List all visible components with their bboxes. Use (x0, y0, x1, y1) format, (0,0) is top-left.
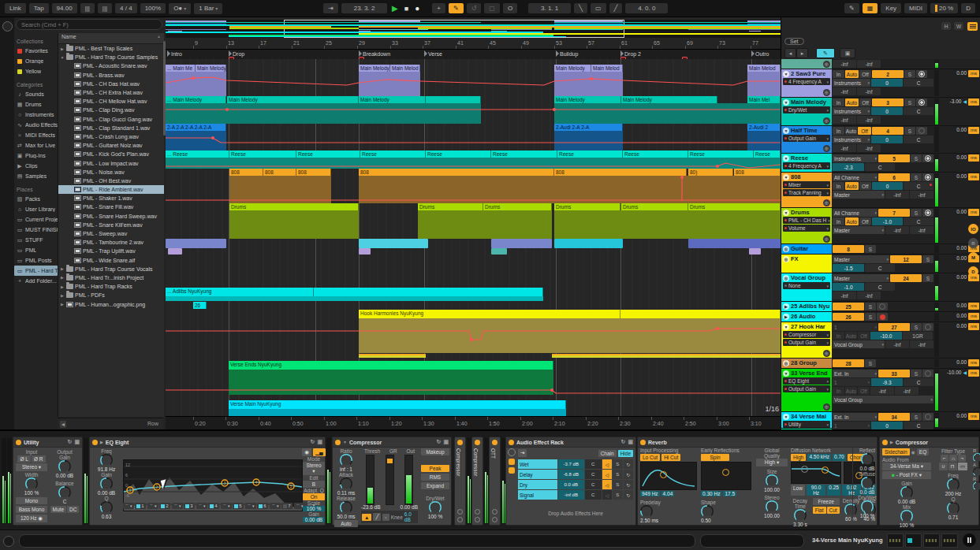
input-freq-field[interactable]: 949 Hz (640, 491, 660, 496)
automation-param-select[interactable]: Utility▾ (783, 421, 830, 428)
monitor-button[interactable]: Off (859, 182, 871, 190)
automation-param-select[interactable]: Compressor▾ (783, 331, 830, 338)
reflect-knob[interactable] (861, 453, 874, 466)
clip-body[interactable] (166, 103, 481, 124)
band-toggle-3[interactable]: 3 (184, 503, 195, 509)
track-33-verse-end[interactable]: ▼33 Verse EndEQ Eight▾Output Gain▾⊕Ext. … (781, 369, 980, 412)
hi-shelf-button[interactable]: High (791, 454, 806, 461)
gain-knob[interactable] (58, 460, 71, 473)
save-preset-icon[interactable]: ▣ (74, 439, 80, 445)
file-row-pml-low-impact-wav[interactable]: PML - Low Impact.wav (58, 158, 164, 167)
monitor-button[interactable]: Off (859, 70, 871, 78)
filter-type-select[interactable]: ⌒ ▾ (123, 503, 134, 509)
send-field[interactable]: -inf (833, 87, 856, 95)
pan-field[interactable]: C (904, 182, 933, 190)
track-delay-value[interactable]: 0.00 (956, 154, 967, 160)
file-row-pml-tambourine-2-wav[interactable]: PML - Tambourine 2.wav (58, 238, 164, 247)
band-toggle-1[interactable]: 1 (135, 503, 146, 509)
mixer-section-toggle-io[interactable]: IO (968, 224, 978, 234)
track-808[interactable]: ▼808Mixer▾Track Panning▾⊕All Channe6SInA… (781, 173, 980, 208)
file-row-pml-best-trap-scales[interactable]: ▶PML - Best Trap Scales (58, 44, 164, 53)
chain-name[interactable]: Dry (518, 480, 557, 489)
clip-body[interactable] (229, 409, 566, 416)
fold-icon[interactable]: ◎ (783, 360, 789, 366)
next-locator-button[interactable]: ▸ (796, 48, 808, 58)
chain-volume-field[interactable]: -6.8 dB (558, 470, 584, 479)
clip[interactable]: Main Melody (359, 96, 426, 103)
monitor-button[interactable]: In (833, 217, 844, 225)
fold-icon[interactable]: ◎ (783, 246, 789, 252)
re-enable-automation-button[interactable]: ▢ (484, 3, 500, 13)
automation-param-select[interactable]: Mixer▾ (783, 181, 830, 188)
band-toggle-6[interactable]: 6 (257, 503, 268, 509)
file-row-pml-clap-standard-1-wav[interactable]: PML - Clap Standard 1.wav (58, 124, 164, 132)
clip[interactable] (314, 288, 543, 296)
file-row-pml-hard-trap-racks[interactable]: ▶PML - Hard Trap Racks (58, 282, 164, 291)
bass-mono-freq-field[interactable]: 120 Hz ◉ (16, 515, 47, 522)
prev-locator-button[interactable]: ◂ (784, 48, 796, 58)
band-toggle-2[interactable]: 2 (159, 503, 170, 509)
sc-q-knob[interactable] (947, 502, 960, 515)
automation-param-select[interactable]: Output Gain▾ (783, 385, 830, 392)
scroll-left-button[interactable]: ◂ (60, 421, 66, 428)
routing-select[interactable]: 1 (833, 378, 870, 386)
automation-param-select[interactable]: 4 Frequency A▾ (783, 78, 830, 85)
track-delay-unit[interactable]: ms (968, 70, 979, 77)
sc-mix-knob[interactable] (900, 510, 913, 522)
chain-solo-button[interactable]: S (613, 459, 622, 469)
spectrum-icon[interactable]: ▁▄ (313, 448, 326, 456)
track-activator[interactable]: 3 (872, 98, 904, 106)
clip[interactable]: Main Melody (196, 65, 226, 72)
locator-verse[interactable]: Verse (424, 50, 442, 57)
sidebar-item-favorites[interactable]: Favorites (14, 46, 58, 56)
clip-body[interactable] (166, 296, 543, 301)
track-half-time[interactable]: ▼Half TimeOutput Gain▾⊕InAutoOff4SInstru… (781, 126, 980, 154)
cut-button[interactable]: Cut (827, 507, 840, 514)
sc-gain-knob[interactable] (900, 486, 913, 499)
solo-button[interactable]: S (922, 274, 933, 282)
metronome-button[interactable]: O●▾ (169, 3, 191, 14)
arm-monitor-icon[interactable] (916, 127, 927, 135)
track-delay-unit[interactable]: ms (968, 323, 979, 330)
filter-highpass-icon[interactable]: ¬ (958, 455, 966, 462)
clip-body[interactable] (554, 103, 781, 124)
fold-icon[interactable]: ▼ (343, 440, 347, 444)
solo-button[interactable]: S (922, 255, 933, 263)
peak-button[interactable]: Peak (421, 465, 449, 472)
record-button[interactable]: ● (413, 4, 421, 13)
track-delay-unit[interactable]: ms (968, 98, 979, 106)
bass-mono-button[interactable]: Bass Mono (16, 506, 47, 513)
collapsed-view-icon[interactable]: ◦ (382, 514, 389, 521)
clip-body[interactable] (166, 158, 781, 169)
monitor-button[interactable]: Off (858, 387, 870, 395)
track-delay-value[interactable]: -3.00 (950, 98, 962, 104)
chain-activator-icon[interactable]: ◁ (602, 470, 612, 479)
monitor-button[interactable]: Off (859, 217, 871, 225)
clip[interactable]: 2-Audi 2-A 2-A (554, 124, 623, 131)
fold-icon[interactable]: ▶ (783, 303, 789, 310)
draw-pencil-button[interactable]: ✎ (844, 3, 859, 13)
track-delay-unit[interactable]: ms (968, 303, 979, 310)
pan-field[interactable]: C (904, 378, 933, 386)
device-on-icon[interactable] (882, 440, 888, 445)
automation-param-select[interactable]: EQ Eight▾ (783, 377, 830, 385)
clip[interactable]: 808 (296, 169, 331, 176)
chain-selector-button[interactable]: Chain (598, 450, 617, 457)
monitor-button[interactable]: In (833, 332, 844, 340)
track-activator[interactable]: 12 (890, 255, 922, 263)
monitor-button[interactable]: Auto (845, 217, 859, 225)
add-automation-lane-button[interactable]: ⊕ (823, 145, 830, 152)
clip-fragment[interactable] (491, 239, 552, 248)
automation-param-select[interactable]: Dry/Wet▾ (783, 106, 830, 113)
clip[interactable]: ... Main Me (166, 65, 196, 72)
routing-select[interactable]: Ext. In (833, 413, 878, 421)
track-delay-value[interactable]: 0.00 (956, 413, 967, 418)
phase-right-button[interactable]: Ø R (32, 455, 46, 463)
clip[interactable]: Reese (491, 151, 557, 158)
track-activator[interactable]: 5 (878, 154, 910, 162)
monitor-button[interactable]: Auto (845, 332, 857, 340)
makeup-button[interactable]: Makeup (421, 448, 449, 455)
save-preset-icon[interactable]: ▣ (628, 439, 633, 445)
chain-hot-swap-icon[interactable]: ↻ (624, 459, 633, 469)
chain-activator-icon[interactable]: ◁ (602, 480, 612, 489)
